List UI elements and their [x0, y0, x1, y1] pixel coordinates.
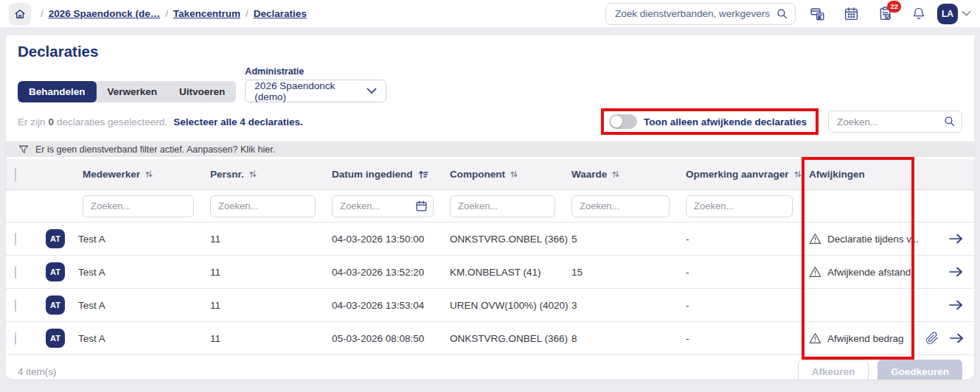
employee-name: Test A — [78, 300, 105, 311]
table-row[interactable]: AT Test A 11 04-03-2026 13:52:20 KM.ONBE… — [6, 256, 974, 289]
table-row[interactable]: AT Test A 11 05-03-2026 08:08:50 ONKSTVR… — [6, 322, 974, 355]
select-all-checkbox[interactable] — [15, 167, 16, 181]
employee-avatar: AT — [46, 295, 65, 315]
persnr-cell: 11 — [210, 234, 332, 245]
global-search — [605, 3, 796, 25]
filter-medewerker-input[interactable] — [83, 195, 194, 217]
filter-component-input[interactable] — [450, 195, 555, 217]
toggle-knob — [611, 116, 622, 127]
waarde-cell: 8 — [571, 333, 686, 344]
breadcrumb-takencentrum-link[interactable]: Takencentrum — [173, 8, 240, 19]
attachment-paperclip-icon[interactable] — [925, 332, 939, 345]
filter-persnr-input[interactable] — [210, 195, 316, 217]
breadcrumb-declaraties-link[interactable]: Declaraties — [254, 8, 307, 19]
sort-icon — [249, 169, 257, 179]
administratie-selected-value: 2026 Spaendonck (demo) — [254, 80, 366, 102]
chevron-down-icon — [366, 88, 377, 94]
employee-avatar: AT — [46, 229, 65, 248]
component-cell: ONKSTVRG.ONBEL (366) — [450, 333, 571, 344]
afwijking-text: Afwijkende afstand — [827, 267, 911, 278]
sort-icon — [612, 169, 619, 179]
open-row-arrow-icon[interactable] — [948, 266, 964, 278]
filter-waarde-input[interactable] — [571, 195, 670, 217]
table-search-input[interactable] — [828, 111, 962, 133]
employee-name: Test A — [78, 267, 105, 278]
table-row[interactable]: AT Test A 11 04-03-2026 13:50:00 ONKSTVR… — [6, 223, 974, 256]
column-header-persnr[interactable]: Persnr. — [210, 169, 332, 180]
administratie-label: Administratie — [245, 66, 386, 77]
tasks-badge: 22 — [887, 1, 901, 13]
home-button[interactable] — [9, 3, 31, 25]
opmerking-cell: - — [686, 333, 809, 344]
column-header-component[interactable]: Component — [450, 169, 571, 180]
column-header-opmerking-aanvrager[interactable]: Opmerking aanvrager — [686, 169, 809, 180]
breadcrumb-administration-link[interactable]: 2026 Spaendonck (de… — [49, 8, 161, 19]
column-header-medewerker[interactable]: Medewerker — [46, 169, 210, 180]
tab-behandelen[interactable]: Behandelen — [18, 81, 97, 102]
tasks-icon[interactable]: 22 — [877, 6, 893, 22]
administratie-select[interactable]: 2026 Spaendonck (demo) — [245, 80, 386, 102]
waarde-cell: 15 — [571, 267, 686, 278]
afwijking-text: Declaratie tijdens v... — [827, 234, 919, 245]
table-footer: 4 item(s) Afkeuren Goedkeuren — [6, 355, 974, 379]
employee-avatar: AT — [46, 329, 65, 348]
warning-icon — [809, 233, 821, 245]
datum-cell: 04-03-2026 13:52:20 — [332, 267, 450, 278]
component-cell: UREN OVW(100%) (4020) — [450, 300, 571, 311]
home-icon — [14, 8, 26, 20]
dienstverband-filter-notice[interactable]: Er is geen dienstverband filter actief. … — [6, 141, 974, 157]
toggle-label: Toon alleen afwijkende declaraties — [644, 116, 807, 127]
status-tabs: Behandelen Verwerken Uitvoeren — [18, 81, 236, 102]
opmerking-cell: - — [686, 234, 809, 245]
employee-avatar: AT — [46, 262, 65, 281]
payslip-icon[interactable] — [809, 6, 825, 22]
afkeuren-button[interactable]: Afkeuren — [798, 360, 869, 380]
breadcrumb-separator: / — [246, 8, 249, 19]
global-search-input[interactable] — [605, 3, 796, 25]
warning-icon — [809, 266, 821, 278]
sort-icon — [145, 169, 153, 179]
datum-cell: 04-03-2026 13:50:00 — [332, 234, 450, 245]
chevron-down-icon[interactable] — [962, 10, 971, 17]
filter-notice-text: Er is geen dienstverband filter actief. … — [35, 144, 275, 155]
select-all-link[interactable]: Selecteer alle 4 declaraties. — [173, 116, 303, 127]
breadcrumb-separator: / — [41, 8, 44, 19]
sort-icon — [794, 169, 802, 179]
page-title: Declaraties — [18, 43, 962, 60]
employee-name: Test A — [78, 333, 105, 344]
breadcrumb-separator: / — [165, 8, 168, 19]
tab-uitvoeren[interactable]: Uitvoeren — [168, 81, 236, 102]
user-avatar[interactable]: LA — [937, 4, 958, 24]
selection-status-text: Er zijn 0 declaraties geselecteerd. Sele… — [18, 116, 303, 127]
filter-opmerking-input[interactable] — [686, 195, 793, 217]
datum-cell: 04-03-2026 13:53:04 — [332, 300, 450, 311]
open-row-arrow-icon[interactable] — [948, 233, 964, 245]
table-row[interactable]: AT Test A 11 04-03-2026 13:53:04 UREN OV… — [6, 289, 974, 322]
calendar-icon[interactable] — [843, 6, 859, 22]
sort-icon — [510, 169, 518, 179]
open-row-arrow-icon[interactable] — [948, 299, 964, 311]
warning-icon — [809, 332, 821, 344]
row-checkbox[interactable] — [15, 299, 16, 312]
row-checkbox[interactable] — [15, 233, 16, 245]
opmerking-cell: - — [686, 267, 809, 278]
table-filter-row — [6, 190, 974, 223]
table-search — [828, 111, 962, 133]
column-header-afwijkingen: Afwijkingen — [809, 169, 925, 180]
sort-ascending-icon — [418, 170, 428, 179]
afwijking-text: Afwijkend bedrag — [827, 333, 904, 344]
goedkeuren-button[interactable]: Goedkeuren — [878, 360, 962, 380]
column-header-waarde[interactable]: Waarde — [571, 169, 686, 180]
row-checkbox[interactable] — [15, 332, 16, 345]
afwijkende-declaraties-toggle[interactable] — [609, 114, 637, 129]
calendar-icon[interactable] — [415, 200, 428, 212]
declaraties-table: Medewerker Persnr. Datum ingediend — [6, 159, 974, 355]
notifications-bell-icon[interactable] — [911, 6, 927, 22]
component-cell: ONKSTVRG.ONBEL (366) — [450, 234, 571, 245]
column-header-datum-ingediend[interactable]: Datum ingediend — [332, 169, 450, 180]
open-row-arrow-icon[interactable] — [949, 332, 965, 344]
row-checkbox[interactable] — [15, 266, 16, 279]
annotation-box-toggle: Toon alleen afwijkende declaraties — [601, 108, 819, 135]
waarde-cell: 3 — [571, 300, 686, 311]
tab-verwerken[interactable]: Verwerken — [97, 81, 169, 102]
